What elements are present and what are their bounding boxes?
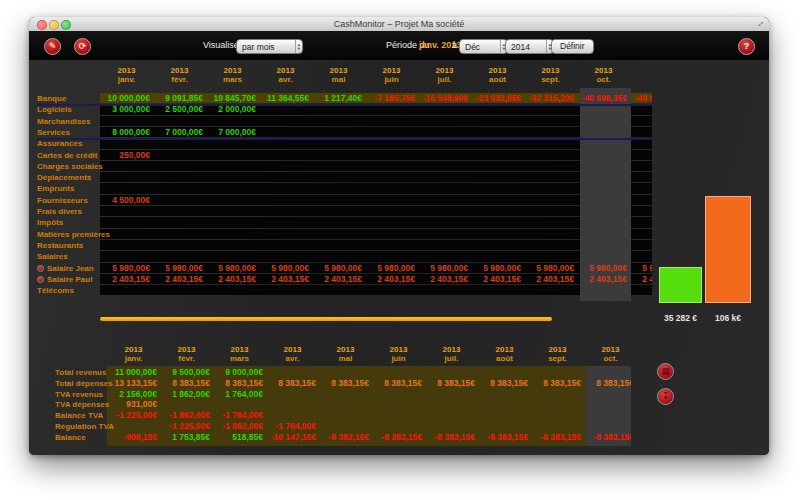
horizontal-scroll-indicator[interactable] bbox=[100, 317, 552, 321]
cell-value[interactable]: 5 980,00€ bbox=[365, 263, 415, 274]
cell-value[interactable]: 5 980,00€ bbox=[206, 263, 256, 274]
column-header[interactable]: 2013mars bbox=[206, 66, 259, 85]
cell-value[interactable]: -1 764,00€ bbox=[213, 410, 263, 421]
cell-value[interactable]: 1 764,00€ bbox=[213, 389, 263, 400]
cell-value[interactable]: -1 862,00€ bbox=[213, 421, 263, 432]
cell-value[interactable]: 9 000,00€ bbox=[213, 367, 263, 378]
cell-value[interactable]: 1 862,00€ bbox=[160, 389, 210, 400]
cell-value[interactable]: -1 225,00€ bbox=[160, 421, 210, 432]
cell-value[interactable]: 7 000,00€ bbox=[153, 127, 203, 138]
cell-value[interactable]: -8 383,15€ bbox=[478, 432, 528, 443]
table-row[interactable]: Assurances bbox=[29, 138, 689, 149]
titlebar[interactable]: CashMonitor – Projet Ma société ↔ bbox=[29, 17, 769, 32]
table-row[interactable]: Fournisseurs4 500,00€ bbox=[29, 195, 689, 206]
cell-value[interactable]: 9 500,00€ bbox=[160, 367, 210, 378]
table-row[interactable]: Restaurants bbox=[29, 240, 689, 251]
table-row[interactable]: Frais divers bbox=[29, 206, 689, 217]
table-row[interactable]: Logiciels3 000,00€2 500,00€2 000,00€ bbox=[29, 104, 689, 115]
cell-value[interactable]: 8 383,15€ bbox=[425, 378, 475, 389]
cell-value[interactable]: 2 403,15€ bbox=[206, 274, 256, 285]
cell-value[interactable]: -40 698,35€ bbox=[577, 93, 627, 104]
table-row[interactable]: Déplacements bbox=[29, 172, 689, 183]
column-header[interactable]: 2013févr. bbox=[160, 345, 213, 364]
cell-value[interactable]: 8 383,15€ bbox=[319, 378, 369, 389]
row-label[interactable]: Banque bbox=[37, 93, 66, 104]
column-header[interactable]: 2013oct. bbox=[577, 66, 630, 85]
cell-value[interactable]: 7 000,00€ bbox=[206, 127, 256, 138]
row-label[interactable]: Assurances bbox=[37, 138, 82, 149]
cell-value[interactable]: 5 980,00€ bbox=[153, 263, 203, 274]
row-label[interactable]: Marchandises bbox=[37, 116, 90, 127]
column-header[interactable]: 2013juil. bbox=[425, 345, 478, 364]
cell-value[interactable]: 3 000,00€ bbox=[100, 104, 150, 115]
column-header[interactable]: 2013juin bbox=[365, 66, 418, 85]
column-header[interactable]: 2013avr. bbox=[259, 66, 312, 85]
table-row[interactable]: Marchandises bbox=[29, 116, 689, 127]
column-header[interactable]: 2013juil. bbox=[418, 66, 471, 85]
cell-value[interactable]: 250,00€ bbox=[100, 150, 150, 161]
cell-value[interactable]: -49 081,50€ bbox=[630, 93, 652, 104]
cell-value[interactable]: -8 383,15€ bbox=[319, 432, 369, 443]
edit-tool-button[interactable]: ✎ bbox=[44, 38, 61, 55]
column-header[interactable]: 2013août bbox=[478, 345, 531, 364]
cell-value[interactable]: 2 403,15€ bbox=[259, 274, 309, 285]
cell-value[interactable]: 11 000,00€ bbox=[107, 367, 157, 378]
cell-value[interactable]: -8 383,15€ bbox=[372, 432, 422, 443]
column-header[interactable]: 2013sept. bbox=[524, 66, 577, 85]
cell-value[interactable]: 1 217,40€ bbox=[312, 93, 362, 104]
cell-value[interactable]: 2 403,15€ bbox=[153, 274, 203, 285]
show-table-button[interactable]: ▦ bbox=[657, 363, 674, 380]
column-header[interactable]: 2013oct. bbox=[584, 345, 637, 364]
cell-value[interactable]: 4 500,00€ bbox=[100, 195, 150, 206]
table-row[interactable]: Emprunts bbox=[29, 183, 689, 194]
column-header[interactable]: 2013janv. bbox=[100, 66, 153, 85]
row-label[interactable]: Matières premières bbox=[37, 229, 110, 240]
cell-value[interactable]: -8 383,15€ bbox=[425, 432, 475, 443]
cell-value[interactable]: -8 383,15€ bbox=[584, 432, 631, 443]
table-row[interactable]: Impôts bbox=[29, 217, 689, 228]
end-year-select[interactable]: 2014 ▴▾ bbox=[505, 39, 554, 54]
cell-value[interactable]: 11 364,55€ bbox=[259, 93, 309, 104]
row-label[interactable]: Télécoms bbox=[37, 285, 74, 296]
column-header[interactable]: 2013févr. bbox=[153, 66, 206, 85]
row-label[interactable]: Emprunts bbox=[37, 183, 74, 194]
cell-value[interactable]: 2 403,15€ bbox=[365, 274, 415, 285]
table-row[interactable]: Télécoms bbox=[29, 285, 689, 296]
row-label[interactable]: Salaire Jean bbox=[37, 263, 94, 274]
row-label[interactable]: Services bbox=[37, 127, 70, 138]
table-row[interactable]: Banque10 000,00€9 091,85€10 845,70€11 36… bbox=[29, 93, 689, 104]
row-label[interactable]: Impôts bbox=[37, 217, 63, 228]
row-label[interactable]: Cartes de crédit bbox=[37, 150, 97, 161]
cell-value[interactable]: -15 548,90€ bbox=[418, 93, 468, 104]
cell-value[interactable]: 8 383,15€ bbox=[531, 378, 581, 389]
cell-value[interactable]: 518,85€ bbox=[213, 432, 263, 443]
cell-value[interactable]: 5 980,00€ bbox=[630, 263, 652, 274]
column-header[interactable]: 2013avr. bbox=[266, 345, 319, 364]
cell-value[interactable]: -1 225,00€ bbox=[107, 410, 157, 421]
cell-value[interactable]: -8 383,15€ bbox=[531, 432, 581, 443]
cell-value[interactable]: 2 403,15€ bbox=[524, 274, 574, 285]
row-label[interactable]: Restaurants bbox=[37, 240, 83, 251]
cell-value[interactable]: 13 133,15€ bbox=[107, 378, 157, 389]
cell-value[interactable]: 931,00€ bbox=[107, 399, 157, 410]
cell-value[interactable]: 2 000,00€ bbox=[206, 104, 256, 115]
column-header[interactable]: 2013sept. bbox=[531, 345, 584, 364]
table-row[interactable]: Services8 000,00€7 000,00€7 000,00€ bbox=[29, 127, 689, 138]
cell-value[interactable]: -1 764,00€ bbox=[266, 421, 316, 432]
cell-value[interactable]: 10 000,00€ bbox=[100, 93, 150, 104]
cell-value[interactable]: 10 845,70€ bbox=[206, 93, 256, 104]
column-header[interactable]: 2013mai bbox=[312, 66, 365, 85]
cell-value[interactable]: 8 383,15€ bbox=[266, 378, 316, 389]
cell-value[interactable]: -23 932,05€ bbox=[471, 93, 521, 104]
cell-value[interactable]: 2 500,00€ bbox=[153, 104, 203, 115]
help-button[interactable]: ? bbox=[738, 38, 755, 55]
cell-value[interactable]: -7 165,75€ bbox=[365, 93, 415, 104]
cell-value[interactable]: 2 403,15€ bbox=[100, 274, 150, 285]
cell-value[interactable]: 8 383,15€ bbox=[372, 378, 422, 389]
cell-value[interactable]: 8 383,15€ bbox=[213, 378, 263, 389]
view-mode-select[interactable]: par mois ▴▾ bbox=[236, 39, 303, 54]
cell-value[interactable]: 5 980,00€ bbox=[471, 263, 521, 274]
row-label[interactable]: Salaires bbox=[37, 251, 68, 262]
cell-value[interactable]: 2 403,15€ bbox=[312, 274, 362, 285]
cell-value[interactable]: 2 403,15€ bbox=[630, 274, 652, 285]
